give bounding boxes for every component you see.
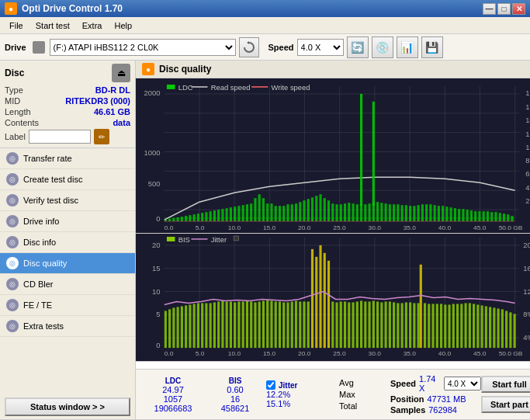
nav-drive-info[interactable]: ◎ Drive info <box>0 211 135 232</box>
speed-label: Speed <box>268 43 294 52</box>
svg-text:6 X: 6 X <box>525 171 530 179</box>
nav-verify-label: Verify test disc <box>23 196 78 205</box>
svg-rect-262 <box>167 237 175 241</box>
svg-rect-239 <box>424 303 426 348</box>
svg-rect-194 <box>311 249 313 348</box>
contents-label: Contents <box>5 118 39 127</box>
svg-rect-75 <box>291 204 293 221</box>
svg-text:8 X: 8 X <box>525 158 530 165</box>
bis-header: BIS <box>229 377 242 385</box>
nav-cd-bler[interactable]: ◎ CD Bler <box>0 274 135 295</box>
svg-rect-191 <box>230 301 232 348</box>
jitter-header: Jitter <box>279 381 297 390</box>
svg-rect-67 <box>258 194 261 221</box>
disc-button[interactable]: 💿 <box>372 36 393 58</box>
speed-select[interactable]: 4.0 X 2.0 X 8.0 X <box>297 39 344 56</box>
svg-rect-212 <box>295 300 297 348</box>
refresh-button[interactable]: 🔄 <box>347 36 369 58</box>
nav-verify-test-disc[interactable]: ◎ Verify test disc <box>0 190 135 211</box>
svg-rect-215 <box>307 301 310 348</box>
nav-disc-quality[interactable]: ◎ Disc quality <box>0 253 135 274</box>
samples-label: Samples <box>390 405 425 415</box>
svg-rect-258 <box>501 309 504 348</box>
nav-transfer-rate[interactable]: ◎ Transfer rate <box>0 148 135 169</box>
svg-rect-101 <box>397 204 399 221</box>
status-window-button[interactable]: Status window > > <box>5 397 130 416</box>
disc-label-edit-button[interactable]: ✏ <box>94 129 109 144</box>
start-full-button[interactable]: Start full <box>481 376 530 393</box>
svg-rect-246 <box>452 304 455 348</box>
svg-text:10 X: 10 X <box>525 144 530 151</box>
app-icon: ● <box>5 2 17 15</box>
titlebar-controls: — □ ✕ <box>483 3 525 15</box>
svg-rect-200 <box>246 300 248 348</box>
chart-button[interactable]: 📊 <box>397 36 418 58</box>
svg-rect-57 <box>217 210 220 221</box>
svg-text:16%: 16% <box>523 265 530 272</box>
svg-rect-119 <box>470 210 473 221</box>
jitter-checkbox[interactable] <box>266 380 275 390</box>
svg-text:35.0: 35.0 <box>404 350 417 357</box>
svg-rect-232 <box>397 303 399 348</box>
menu-file[interactable]: File <box>3 19 29 32</box>
type-value: BD-R DL <box>95 85 130 95</box>
nav-drive-info-label: Drive info <box>23 217 59 226</box>
svg-rect-104 <box>409 206 411 221</box>
speed-stat-select[interactable]: 4.0 X <box>444 377 482 390</box>
start-buttons: Start full Start part <box>481 376 530 413</box>
svg-text:LDC: LDC <box>178 84 193 92</box>
svg-text:20.0: 20.0 <box>298 224 311 231</box>
svg-rect-230 <box>389 301 391 348</box>
svg-rect-46 <box>172 218 175 221</box>
samples-val: 762984 <box>428 405 457 415</box>
svg-rect-62 <box>237 206 240 221</box>
svg-rect-257 <box>497 308 500 348</box>
svg-text:20.0: 20.0 <box>298 350 311 357</box>
svg-rect-63 <box>242 205 244 221</box>
disc-eject-button[interactable]: ⏏ <box>112 64 130 82</box>
nav-fe-te[interactable]: ◎ FE / TE <box>0 295 135 316</box>
drive-refresh-button[interactable] <box>239 37 259 57</box>
svg-text:40.0: 40.0 <box>438 224 452 231</box>
svg-rect-216 <box>331 301 334 348</box>
drive-select[interactable]: (F:) ATAPI iHBS112 2 CL0K <box>50 39 236 56</box>
length-label: Length <box>5 107 31 116</box>
svg-rect-77 <box>299 202 301 221</box>
minimize-button[interactable]: — <box>483 3 496 15</box>
svg-text:5.0: 5.0 <box>196 350 205 357</box>
close-button[interactable]: ✕ <box>512 3 525 15</box>
menu-extra[interactable]: Extra <box>76 19 109 32</box>
svg-rect-253 <box>481 305 483 348</box>
drive-label: Drive <box>5 43 26 52</box>
nav-extra-tests[interactable]: ◎ Extra tests <box>0 316 135 337</box>
disc-label-input[interactable] <box>29 130 91 144</box>
svg-text:5: 5 <box>156 311 160 319</box>
menu-help[interactable]: Help <box>108 19 138 32</box>
nav-create-test-disc[interactable]: ◎ Create test disc <box>0 169 135 190</box>
svg-rect-226 <box>372 300 375 348</box>
svg-rect-207 <box>275 301 277 348</box>
svg-rect-241 <box>431 304 434 348</box>
svg-rect-195 <box>315 257 317 348</box>
start-part-button[interactable]: Start part <box>481 396 530 413</box>
svg-rect-188 <box>217 301 220 348</box>
menu-start-test[interactable]: Start test <box>29 19 76 32</box>
svg-rect-243 <box>440 304 442 348</box>
maximize-button[interactable]: □ <box>497 3 511 15</box>
svg-text:10.0: 10.0 <box>228 350 241 357</box>
svg-rect-210 <box>286 302 289 348</box>
main-area: Disc ⏏ Type BD-R DL MID RITEKDR3 (000) L… <box>0 61 530 419</box>
nav-extra-tests-label: Extra tests <box>23 321 64 331</box>
svg-rect-102 <box>401 205 404 221</box>
svg-rect-66 <box>254 198 256 221</box>
svg-rect-99 <box>389 204 391 221</box>
svg-rect-250 <box>469 303 471 348</box>
svg-rect-58 <box>221 209 223 221</box>
save-button[interactable]: 💾 <box>421 36 443 58</box>
nav-disc-info[interactable]: ◎ Disc info <box>0 232 135 253</box>
svg-rect-244 <box>444 304 446 348</box>
disc-section: Disc ⏏ Type BD-R DL MID RITEKDR3 (000) L… <box>0 61 135 148</box>
svg-rect-65 <box>250 203 252 221</box>
nav-disc-quality-label: Disc quality <box>23 259 67 268</box>
svg-rect-128 <box>507 214 509 221</box>
